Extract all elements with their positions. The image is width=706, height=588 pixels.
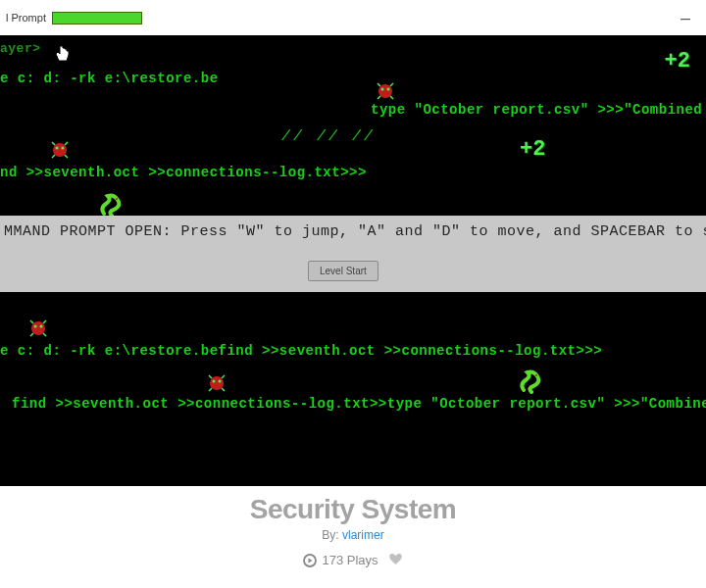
score-popup-1: +2 xyxy=(665,49,690,74)
svg-point-15 xyxy=(31,321,45,335)
svg-line-21 xyxy=(43,333,46,336)
term-player-prompt: ayer> xyxy=(0,41,41,56)
virus-red-icon xyxy=(27,318,49,339)
cursor-hand-icon xyxy=(54,43,72,65)
author-link[interactable]: vlarimer xyxy=(342,528,384,542)
heart-icon[interactable] xyxy=(388,552,403,568)
virus-red-icon xyxy=(206,372,227,394)
game-title: Security System xyxy=(0,494,706,525)
svg-point-23 xyxy=(213,380,216,383)
svg-line-13 xyxy=(65,155,68,158)
game-viewport[interactable]: ayer> e c: d: -rk e:\restore.be +2 type … xyxy=(0,35,706,486)
page-footer: Security System By: vlarimer 173 Plays xyxy=(0,486,706,588)
window-title: l Prompt xyxy=(6,12,46,24)
window-titlebar: l Prompt – xyxy=(0,0,706,35)
svg-line-18 xyxy=(30,320,33,323)
snake-icon xyxy=(518,368,545,396)
term-restore-1: e c: d: -rk e:\restore.be xyxy=(0,71,219,86)
svg-line-19 xyxy=(43,320,46,323)
svg-point-22 xyxy=(210,376,224,390)
minimize-button[interactable]: – xyxy=(671,13,700,23)
svg-point-29 xyxy=(535,374,537,376)
svg-point-17 xyxy=(40,325,43,328)
svg-point-9 xyxy=(62,147,65,150)
svg-line-11 xyxy=(65,142,68,145)
svg-point-24 xyxy=(219,380,222,383)
svg-line-6 xyxy=(390,96,393,99)
term-type-report: type "October report.csv" >>>"Combined r… xyxy=(371,102,706,118)
svg-line-5 xyxy=(378,96,380,99)
svg-line-10 xyxy=(52,142,55,145)
svg-point-0 xyxy=(378,84,392,98)
svg-line-12 xyxy=(52,155,55,158)
svg-line-28 xyxy=(222,388,225,391)
term-find-1: nd >>seventh.oct >>connections--log.txt>… xyxy=(0,165,367,180)
svg-point-14 xyxy=(116,198,118,200)
svg-line-27 xyxy=(209,388,212,391)
level-start-button[interactable]: Level Start xyxy=(308,261,378,281)
svg-line-20 xyxy=(30,333,33,336)
score-popup-2: +2 xyxy=(520,137,545,162)
term-restore-2: e c: d: -rk e:\restore.befind >>seventh.… xyxy=(0,343,602,359)
instruction-banner: MMAND PROMPT OPEN: Press "W" to jump, "A… xyxy=(0,216,706,292)
svg-point-16 xyxy=(34,325,37,328)
plays-count: 173 Plays xyxy=(303,553,378,567)
play-icon xyxy=(303,554,317,567)
slashes-decor: // // // xyxy=(281,128,376,145)
svg-point-2 xyxy=(387,88,390,91)
svg-line-26 xyxy=(222,375,225,378)
svg-line-25 xyxy=(209,375,212,378)
svg-point-1 xyxy=(381,88,384,91)
byline: By: vlarimer xyxy=(0,528,706,542)
virus-red-icon xyxy=(375,80,396,102)
virus-red-icon xyxy=(49,139,71,161)
instruction-text: MMAND PROMPT OPEN: Press "W" to jump, "A… xyxy=(0,216,706,240)
svg-line-3 xyxy=(378,83,380,86)
svg-point-8 xyxy=(56,147,59,150)
svg-line-4 xyxy=(390,83,393,86)
health-bar xyxy=(52,12,142,24)
term-bottom-line: find >>seventh.oct >>connections--log.tx… xyxy=(12,396,706,412)
svg-point-7 xyxy=(53,143,67,157)
stats-row: 173 Plays xyxy=(0,552,706,568)
